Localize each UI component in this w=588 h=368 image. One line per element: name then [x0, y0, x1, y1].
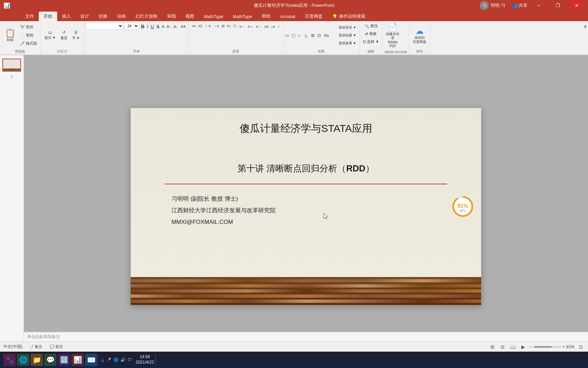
taskbar-powerpoint[interactable]: 📊: [71, 354, 84, 366]
editing-area[interactable]: 傻瓜计量经济学与STATA应用 第十讲 清晰断点回归分析（RDD） 习明明 (副…: [24, 55, 588, 358]
restore-button[interactable]: ❐: [550, 0, 566, 11]
columns-button[interactable]: ⫶: [277, 23, 281, 30]
tab-home[interactable]: 开始: [39, 12, 57, 21]
tab-search[interactable]: 💡 操作说明搜索: [327, 12, 370, 21]
find-button[interactable]: 🔍 查找: [363, 22, 379, 30]
line-spacing-button[interactable]: ↕≡: [270, 23, 276, 30]
user-name: 明明 习: [491, 2, 505, 9]
normal-view-button[interactable]: ⊞: [489, 343, 496, 350]
strikethrough-button[interactable]: S̶: [156, 23, 161, 30]
shape-more[interactable]: ⊞: [311, 32, 317, 39]
create-share-pdf-button[interactable]: 📄 创建并共享Adobe PDF: [385, 24, 401, 48]
cut-button[interactable]: ✂️剪切: [19, 24, 38, 31]
font-size-dropdown[interactable]: 24: [124, 22, 139, 30]
bold-button[interactable]: B: [140, 23, 145, 30]
taskbar-files[interactable]: 📁: [31, 354, 43, 366]
tab-baidu[interactable]: 百度网盘: [300, 12, 327, 21]
tab-file[interactable]: 文件: [20, 12, 39, 21]
minimize-button[interactable]: ─: [531, 0, 546, 11]
decrease-indent[interactable]: ←≡: [204, 22, 212, 30]
text-direction[interactable]: ⇄: [220, 22, 226, 30]
slideshow-view-button[interactable]: ▶: [519, 343, 527, 350]
font-size-increase[interactable]: A↑: [166, 23, 172, 30]
tray-mic[interactable]: 🎤: [106, 357, 111, 362]
comments-button[interactable]: 💬批注: [49, 343, 64, 351]
tab-mathtype2[interactable]: MathType: [228, 12, 257, 21]
share-button[interactable]: 👥 共享: [512, 2, 527, 9]
tray-network[interactable]: 🌐: [113, 357, 118, 362]
taskbar-calculator[interactable]: 🔢: [58, 354, 70, 366]
tab-insert[interactable]: 插入: [57, 12, 76, 21]
tab-acrobat[interactable]: Acrobat: [275, 12, 300, 21]
shape-fill-button[interactable]: 形状填充 ▼: [338, 24, 358, 31]
tray-speaker[interactable]: 🔊: [120, 357, 126, 362]
tab-help[interactable]: 帮助: [257, 12, 275, 21]
align-left-button[interactable]: ≡←: [238, 23, 246, 30]
shape-rounded-rect[interactable]: ▢: [292, 32, 298, 39]
zoom-slider[interactable]: [534, 346, 561, 348]
increase-indent[interactable]: →≡: [212, 22, 220, 30]
tab-mathtype1[interactable]: MathType: [199, 12, 228, 21]
quick-style-button[interactable]: Aa: [324, 32, 330, 39]
collapse-ribbon-button[interactable]: ∧: [583, 22, 588, 30]
notes-button[interactable]: 📝备注: [28, 343, 43, 351]
tab-animations[interactable]: 动画: [112, 12, 131, 21]
arrange-button[interactable]: ⊡: [317, 32, 324, 39]
font-size-decrease[interactable]: A↓: [173, 23, 179, 30]
shape-triangle[interactable]: △: [305, 32, 311, 39]
show-desktop-button[interactable]: [155, 354, 158, 366]
shape-outline-button[interactable]: 形状轮廓 ▼: [338, 32, 358, 39]
drawing-label: 绘图: [285, 48, 358, 54]
zoom-out-button[interactable]: ─: [529, 344, 533, 349]
tray-arrow[interactable]: △: [101, 358, 104, 362]
align-text[interactable]: ≡↕: [226, 22, 232, 30]
fit-slide-button[interactable]: ⊡: [577, 343, 585, 350]
zoom-in-button[interactable]: +: [562, 344, 565, 349]
slide-floor: [131, 277, 481, 305]
italic-button[interactable]: I: [146, 23, 149, 30]
justify-button[interactable]: ≡≡: [263, 23, 270, 30]
close-button[interactable]: ✕: [569, 0, 585, 11]
drawing-group: ▭ ▢ ○ △ ⊞ ⊡ Aa 形状填充 ▼ 形状轮廓 ▼ 形状效果 ▼ 绘图: [283, 21, 360, 55]
slide-institution: 江西财经大学江西经济发展与改革研究院: [172, 205, 276, 216]
tab-slideshow[interactable]: 幻灯片放映: [131, 12, 162, 21]
align-center-button[interactable]: ≡↔: [247, 23, 255, 30]
taskbar-browser[interactable]: 🌐: [17, 354, 29, 366]
layout-button[interactable]: 🗂版式 ▼: [43, 30, 58, 41]
notes-bar[interactable]: 单击此处添加备注: [24, 332, 588, 341]
reading-view-button[interactable]: 📖: [509, 343, 517, 350]
tab-design[interactable]: 设计: [76, 12, 94, 21]
font-color-button[interactable]: A: [161, 23, 165, 30]
tab-review[interactable]: 审阅: [162, 12, 181, 21]
tray-antivirus[interactable]: 🛡: [128, 357, 132, 362]
align-right-button[interactable]: ≡→: [255, 23, 263, 30]
slide-sorter-button[interactable]: ⊟: [499, 343, 506, 350]
taskbar-wechat[interactable]: 💬: [44, 354, 56, 366]
reset-button[interactable]: ↺重置: [59, 30, 69, 41]
shape-rect[interactable]: ▭: [285, 32, 291, 39]
font-name-dropdown[interactable]: [86, 22, 124, 30]
taskbar-messenger[interactable]: ✉️: [85, 354, 97, 366]
progress-percent: 91%: [457, 203, 468, 209]
slide-canvas: 傻瓜计量经济学与STATA应用 第十讲 清晰断点回归分析（RDD） 习明明 (副…: [131, 108, 481, 305]
tab-transitions[interactable]: 切换: [94, 12, 112, 21]
shape-effect-button[interactable]: 形状效果 ▼: [338, 40, 358, 47]
underline-button[interactable]: U: [149, 23, 155, 30]
bullet-list-button[interactable]: ≡•: [191, 22, 197, 30]
convert-smartart[interactable]: ⬡: [232, 22, 238, 30]
numbered-list-button[interactable]: ≡1: [197, 22, 203, 30]
shape-oval[interactable]: ○: [298, 32, 304, 39]
paste-button[interactable]: 📋 粘贴: [2, 24, 18, 47]
time-display[interactable]: 14:58 2021/4/22: [136, 354, 154, 365]
taskbar-scratch[interactable]: 🐾: [3, 354, 16, 366]
format-painter-button[interactable]: 🖌️格式刷: [19, 40, 38, 47]
save-baidu-button[interactable]: ☁ 保存到百度网盘: [411, 24, 428, 47]
clear-format-button[interactable]: ✗A: [179, 23, 187, 30]
copy-button[interactable]: 📄复制: [19, 32, 38, 39]
tab-view[interactable]: 视图: [181, 12, 199, 21]
replace-button[interactable]: ⇄ 替换: [364, 30, 378, 37]
select-button[interactable]: ⊡ 选择 ▼: [362, 38, 380, 45]
section-button[interactable]: ☰节 ▼: [70, 30, 82, 41]
slide-title: 傻瓜计量经济学与STATA应用: [168, 122, 444, 136]
slide-thumbnail-1[interactable]: (RDD): [2, 59, 21, 72]
